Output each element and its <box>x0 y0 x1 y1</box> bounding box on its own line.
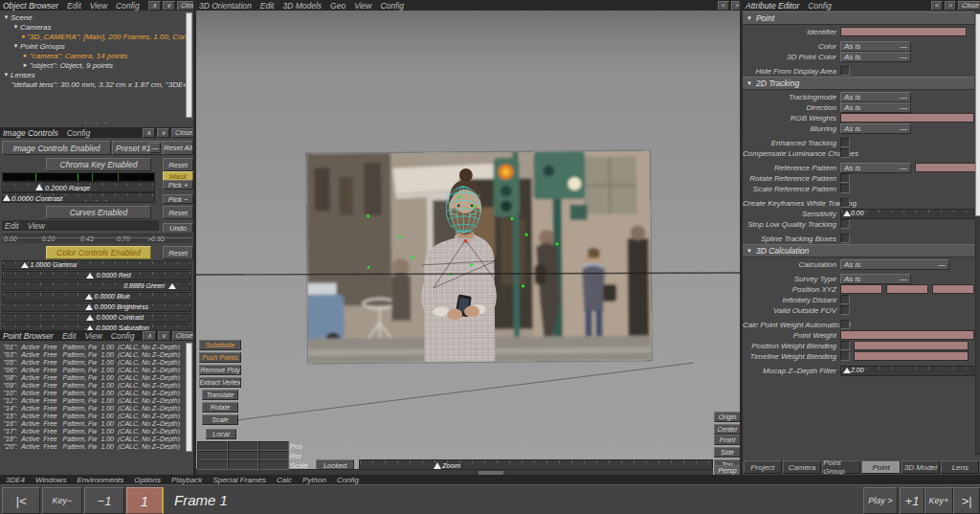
point-row[interactable]: "03":ActiveFreePattern, Fw1.00(CALC, No … <box>2 350 184 358</box>
point-row[interactable]: "16":ActiveFreePattern, Fw1.00(CALC, No … <box>2 419 184 427</box>
menu-config[interactable]: Config <box>111 331 135 341</box>
scale-button[interactable]: Scale <box>202 414 238 425</box>
expand-icon[interactable]: ► <box>21 62 30 68</box>
dropdown-blurring[interactable]: As is— <box>840 123 911 134</box>
extract-vertex-button[interactable]: Extract Vertex <box>199 377 241 388</box>
menu-special-frames[interactable]: Special Frames <box>212 476 266 484</box>
center-button[interactable]: Center <box>714 424 741 435</box>
transform-field[interactable] <box>228 451 258 460</box>
menu-config[interactable]: Config <box>67 128 91 138</box>
tree-item[interactable]: ▼Point Groups <box>2 41 186 51</box>
section-header-point[interactable]: ▼Point <box>743 11 974 25</box>
color-reset-button[interactable]: Reset <box>163 246 193 259</box>
origin-button[interactable]: Origin <box>714 412 741 422</box>
window-button-[interactable]: ∧ <box>143 128 155 138</box>
checkbox-scale-reference-pattern[interactable] <box>840 184 850 193</box>
tree-item[interactable]: ►"object": Object, 9 points <box>2 60 186 70</box>
window-button-[interactable]: ∧ <box>148 1 161 11</box>
menu-view[interactable]: View <box>354 1 371 11</box>
checkbox-rotate-reference-pattern[interactable] <box>840 173 850 183</box>
checkbox-calc-point-weight-automatically[interactable] <box>840 320 850 329</box>
tab-3d-model[interactable]: 3D Model <box>902 460 940 474</box>
tab-point-group[interactable]: Point Group <box>822 460 860 474</box>
local-button[interactable]: Local <box>206 429 236 439</box>
field-reference-pattern[interactable] <box>915 163 978 172</box>
point-row[interactable]: "06":ActiveFreePattern, Fw1.00(CALC, No … <box>2 366 184 373</box>
transform-field[interactable] <box>197 451 228 460</box>
dropdown-color[interactable]: As is— <box>840 41 911 52</box>
dropdown-reference-pattern[interactable]: As is— <box>840 163 911 173</box>
color-slider-blue[interactable]: 0.0000 Blue <box>2 292 191 302</box>
tree-item[interactable]: ▼Cameras <box>2 22 186 32</box>
current-frame-field[interactable]: 1 <box>126 487 164 514</box>
menu-edit[interactable]: Edit <box>67 1 81 11</box>
field-position-xyz[interactable] <box>886 284 928 294</box>
point-row[interactable]: "09":ActiveFreePattern, Fw1.00(CALC, No … <box>2 381 184 389</box>
chroma-contrast-slider[interactable]: 0.0000 Contrast <box>2 192 155 203</box>
window-button-[interactable]: < <box>718 1 729 11</box>
field-position-xyz[interactable] <box>932 284 974 294</box>
tree-item[interactable]: ▼Lenses <box>2 70 186 79</box>
attribute-editor-scroll-track[interactable] <box>975 12 980 455</box>
attribute-editor-scrollbar[interactable] <box>975 13 980 216</box>
checkbox-infinitely-distant[interactable] <box>840 295 850 304</box>
dropdown-trackingmode[interactable]: As is— <box>840 92 911 102</box>
point-row[interactable]: "14":ActiveFreePattern, Fw1.00(CALC, No … <box>2 404 184 412</box>
remove-poly-button[interactable]: Remove Poly <box>199 365 241 375</box>
window-button-[interactable]: > <box>945 1 956 11</box>
pick-minus-button[interactable]: Pick − <box>163 194 193 204</box>
field-identifier[interactable] <box>840 27 967 36</box>
point-browser-scrollbar[interactable] <box>186 343 192 452</box>
section-header-2d-tracking[interactable]: ▼2D Tracking <box>743 77 974 90</box>
checkbox-compensate-luminance-changes[interactable] <box>840 148 850 158</box>
transform-field[interactable] <box>258 441 289 451</box>
field-point-weight[interactable] <box>840 330 974 340</box>
menu-3de4[interactable]: 3DE4 <box>6 476 25 484</box>
transform-field[interactable] <box>197 460 228 470</box>
collapse-icon[interactable]: ▼ <box>746 248 752 254</box>
menu-config[interactable]: Config <box>116 1 140 11</box>
transport-key-button[interactable]: Key− <box>42 487 82 514</box>
menu-environments[interactable]: Environments <box>77 476 123 484</box>
checkbox-enhanced-tracking[interactable] <box>840 138 850 147</box>
window-button-[interactable]: ∧ <box>143 331 155 341</box>
menu-python[interactable]: Python <box>302 476 326 484</box>
menu-config[interactable]: Config <box>380 1 404 11</box>
checkbox-position-weight-blending[interactable] <box>840 341 850 350</box>
window-button-close[interactable]: Close <box>958 1 980 11</box>
collapse-icon[interactable]: ▼ <box>746 80 752 86</box>
menu-3d-orientation[interactable]: 3D Orientation <box>199 1 252 11</box>
menu-options[interactable]: Options <box>134 476 161 484</box>
section-header-3d-calculation[interactable]: ▼3D Calculation <box>743 244 974 257</box>
menu-3d-models[interactable]: 3D Models <box>282 1 322 11</box>
chroma-reset-button[interactable]: Reset <box>163 158 193 171</box>
curves-enabled-button[interactable]: Curves Enabled <box>46 206 151 219</box>
transport--button[interactable]: >| <box>953 487 980 514</box>
translate-button[interactable]: Translate <box>202 390 238 400</box>
collapse-icon[interactable]: ▼ <box>746 15 752 21</box>
color-slider-gamma[interactable]: 1.0000 Gamma <box>2 260 191 270</box>
point-row[interactable]: "15":ActiveFreePattern, Fw1.00(CALC, No … <box>2 412 184 419</box>
push-points-button[interactable]: Push Points <box>199 352 241 363</box>
color-slider-brightness[interactable]: 0.0000 Brightness <box>2 302 191 312</box>
menu-view[interactable]: View <box>90 1 107 11</box>
splitter-handle-icon[interactable]: · · · <box>84 119 110 127</box>
menu-windows[interactable]: Windows <box>35 476 66 484</box>
checkbox-create-keyframes-while-tracking[interactable] <box>840 198 850 208</box>
menu-geo[interactable]: Geo <box>330 1 345 11</box>
menu-view[interactable]: View <box>28 221 45 231</box>
menu-config[interactable]: Config <box>808 1 832 11</box>
splitter-handle-icon[interactable]: · · · <box>84 196 110 205</box>
transform-field[interactable] <box>197 441 228 451</box>
menu-edit[interactable]: Edit <box>260 1 275 11</box>
menu-edit[interactable]: Edit <box>5 221 19 231</box>
point-row[interactable]: "17":ActiveFreePattern, Fw1.00(CALC, No … <box>2 427 184 435</box>
transport-key-button[interactable]: Key+ <box>924 487 953 514</box>
checkbox-valid-outside-fov[interactable] <box>840 305 850 315</box>
field-position-xyz[interactable] <box>840 284 882 294</box>
window-button-[interactable]: ∨ <box>157 128 169 138</box>
tab-lens[interactable]: Lens <box>941 460 979 474</box>
tab-camera[interactable]: Camera <box>783 460 821 474</box>
color-slider-green[interactable]: 0.8889 Green <box>2 281 191 291</box>
color-slider-red[interactable]: 0.0000 Red <box>2 271 191 280</box>
